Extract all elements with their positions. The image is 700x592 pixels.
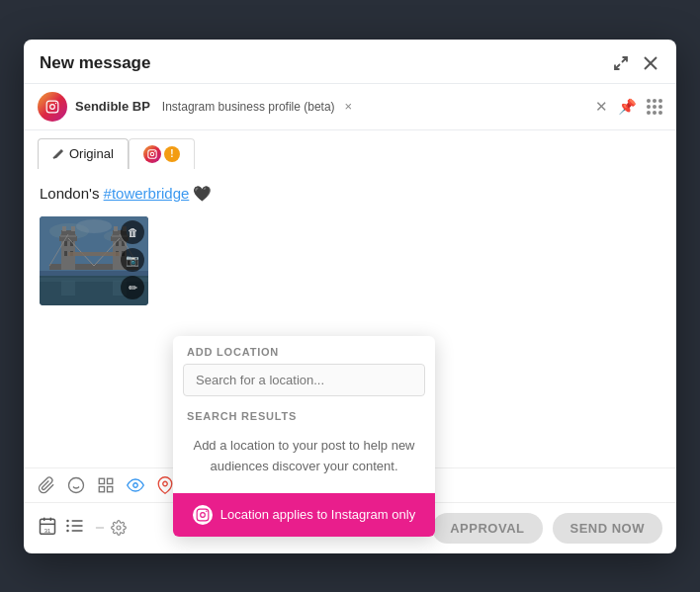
tabs-bar: Original ! xyxy=(24,130,676,169)
svg-point-13 xyxy=(76,219,112,233)
svg-point-63 xyxy=(66,529,69,532)
svg-rect-21 xyxy=(64,241,67,246)
svg-rect-2 xyxy=(46,101,58,113)
svg-point-44 xyxy=(69,477,84,492)
svg-rect-23 xyxy=(64,251,67,256)
profile-bar-actions: ✕ 📌 xyxy=(595,98,662,116)
search-results-header: SEARCH RESULTS xyxy=(173,406,435,428)
close-modal-button[interactable] xyxy=(641,53,660,73)
svg-line-5 xyxy=(61,150,62,151)
attachment-icon[interactable] xyxy=(38,476,55,494)
expand-button[interactable] xyxy=(611,53,631,73)
send-now-button[interactable]: SEND NOW xyxy=(553,513,663,544)
location-dropdown: ADD LOCATION SEARCH RESULTS Add a locati… xyxy=(173,336,435,537)
tab-instagram[interactable]: ! xyxy=(129,138,195,169)
svg-point-68 xyxy=(201,512,206,517)
svg-rect-35 xyxy=(114,226,118,231)
svg-point-8 xyxy=(154,150,155,151)
list-icon[interactable] xyxy=(65,516,85,541)
svg-rect-49 xyxy=(108,486,113,491)
preview-icon[interactable] xyxy=(127,476,144,494)
profile-bar: Sendible BP Instagram business profile (… xyxy=(24,84,676,130)
svg-point-62 xyxy=(66,524,69,527)
calendar-icon[interactable]: 31 xyxy=(38,516,57,541)
svg-rect-25 xyxy=(62,226,66,231)
svg-point-61 xyxy=(66,519,69,522)
grid-icon-toolbar[interactable] xyxy=(97,476,115,494)
svg-rect-47 xyxy=(99,478,104,483)
warning-badge: ! xyxy=(164,146,180,162)
svg-rect-43 xyxy=(68,252,120,256)
svg-rect-50 xyxy=(99,486,104,491)
camera-button[interactable] xyxy=(121,248,144,272)
svg-text:31: 31 xyxy=(44,527,50,533)
search-results-content: Add a location to your post to help newa… xyxy=(173,428,435,493)
svg-rect-26 xyxy=(71,226,75,231)
add-location-header: ADD LOCATION xyxy=(173,336,435,364)
location-search-input[interactable] xyxy=(183,364,425,396)
svg-rect-48 xyxy=(108,478,113,483)
ig-circle xyxy=(143,145,161,163)
tab-original-label: Original xyxy=(69,146,114,161)
location-footer: Location applies to Instagram only xyxy=(173,493,435,537)
modal-header-actions xyxy=(611,53,660,73)
tab-ig-content: ! xyxy=(143,145,180,163)
footer-right: APPROVAL SEND NOW xyxy=(432,513,662,544)
svg-point-51 xyxy=(133,482,138,487)
svg-point-52 xyxy=(163,481,168,486)
message-text: London's #towerbridge 🖤 xyxy=(40,183,660,206)
grid-icon[interactable] xyxy=(647,99,662,115)
profile-logo xyxy=(38,92,67,122)
search-empty-message: Add a location to your post to help newa… xyxy=(193,438,414,473)
location-footer-text: Location applies to Instagram only xyxy=(220,507,415,522)
profile-type: Instagram business profile (beta) xyxy=(162,100,335,114)
trash-icon xyxy=(128,225,138,239)
svg-point-4 xyxy=(55,102,56,103)
modal-title: New message xyxy=(40,53,150,73)
svg-point-66 xyxy=(117,526,121,530)
profile-close-tag[interactable]: × xyxy=(345,99,353,114)
ig-footer-icon xyxy=(193,505,213,525)
pin-icon[interactable]: 📌 xyxy=(618,98,637,116)
svg-point-7 xyxy=(150,152,153,155)
profile-name: Sendible BP xyxy=(75,99,150,114)
emoji-icon[interactable] xyxy=(67,476,85,494)
camera-icon xyxy=(126,253,139,267)
modal-header: New message xyxy=(24,40,676,84)
svg-rect-41 xyxy=(61,281,75,296)
edit-image-button[interactable] xyxy=(121,276,144,299)
tab-original[interactable]: Original xyxy=(38,138,129,169)
svg-point-69 xyxy=(206,510,207,511)
image-container xyxy=(40,216,148,305)
svg-point-3 xyxy=(50,104,55,109)
delete-image-button[interactable] xyxy=(121,220,144,244)
settings-icon[interactable] xyxy=(93,520,127,536)
location-icon[interactable] xyxy=(156,476,174,494)
image-overlay-buttons xyxy=(121,220,144,299)
footer-left: 31 xyxy=(38,516,127,541)
profile-close-icon[interactable]: ✕ xyxy=(595,98,608,116)
hashtag-link[interactable]: #towerbridge xyxy=(104,185,190,202)
edit-icon xyxy=(129,281,137,295)
approval-button[interactable]: APPROVAL xyxy=(432,513,542,544)
